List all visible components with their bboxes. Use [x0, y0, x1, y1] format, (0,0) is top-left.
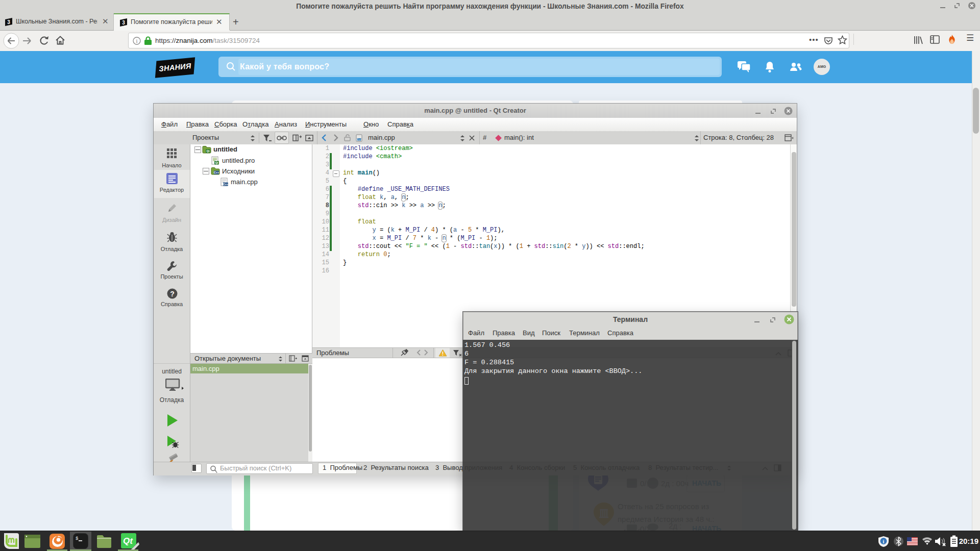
svg-text:i: i: [136, 38, 137, 44]
svg-text:C++: C++: [214, 171, 219, 174]
svg-text:Qt: Qt: [123, 536, 133, 546]
svg-text:?: ?: [170, 290, 175, 298]
svg-text:!: !: [442, 351, 444, 357]
svg-text:3: 3: [7, 19, 10, 25]
svg-text:C++: C++: [223, 183, 228, 186]
svg-text:$: $: [76, 536, 79, 541]
svg-text:Qt: Qt: [206, 149, 209, 153]
svg-text:i: i: [883, 539, 885, 544]
svg-text:Qt: Qt: [215, 161, 218, 164]
svg-text:C++: C++: [356, 138, 361, 141]
svg-text:3: 3: [122, 20, 125, 26]
